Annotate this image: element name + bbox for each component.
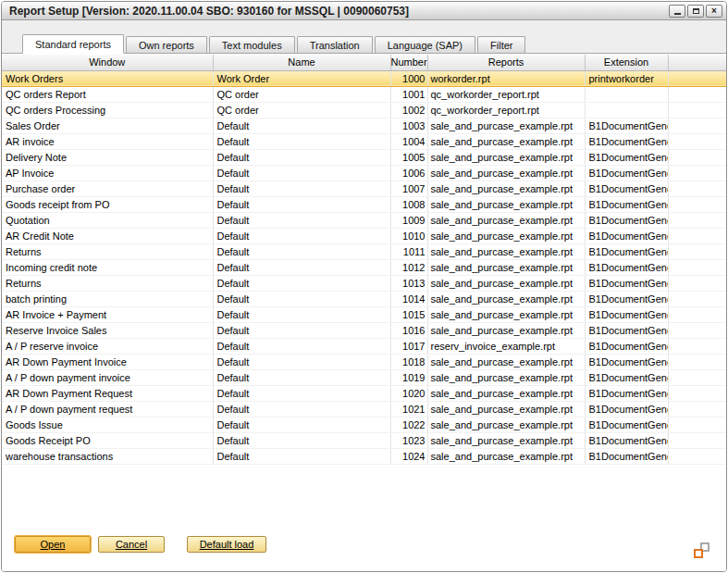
cell-extension[interactable]: B1DocumentGener...	[585, 243, 668, 259]
cell-number[interactable]: 1023	[390, 432, 427, 448]
table-row[interactable]: Incoming credit noteDefault1012sale_and_…	[2, 259, 726, 275]
cell-report[interactable]: sale_and_purcase_example.rpt	[427, 228, 585, 243]
cell-extension[interactable]: B1DocumentGener...	[585, 165, 668, 181]
cell-report[interactable]: sale_and_purcase_example.rpt	[427, 212, 585, 228]
table-row[interactable]: A / P down payment requestDefault1021sal…	[2, 401, 726, 417]
cell-window[interactable]: Goods receipt from PO	[2, 196, 213, 212]
cell-filler[interactable]	[668, 149, 726, 165]
cell-number[interactable]: 1020	[390, 385, 427, 401]
cancel-button[interactable]: Cancel	[98, 536, 165, 553]
cell-filler[interactable]	[668, 448, 726, 464]
cell-extension[interactable]: B1DocumentGener...	[585, 338, 668, 354]
table-row[interactable]: warehouse transactionsDefault1024sale_an…	[2, 448, 726, 464]
cell-extension[interactable]: printworkorder	[585, 70, 668, 86]
tab-text-modules[interactable]: Text modules	[209, 36, 295, 53]
table-row[interactable]: A / P down payment invoiceDefault1019sal…	[2, 369, 726, 385]
cell-name[interactable]: Default	[213, 432, 390, 448]
cell-name[interactable]: Default	[213, 322, 390, 338]
cell-extension[interactable]: B1DocumentGener...	[585, 448, 668, 464]
table-row[interactable]: Sales OrderDefault1003sale_and_purcase_e…	[2, 118, 726, 133]
cell-window[interactable]: AR invoice	[2, 133, 213, 149]
tab-translation[interactable]: Translation	[297, 36, 373, 53]
cell-window[interactable]: A / P reserve invoice	[2, 338, 213, 354]
titlebar[interactable]: Report Setup [Version: 2020.11.00.04 SBO…	[2, 2, 726, 20]
cell-name[interactable]: Default	[213, 338, 390, 354]
table-row[interactable]: Reserve Invoice SalesDefault1016sale_and…	[2, 322, 726, 338]
cell-window[interactable]: AR Invoice + Payment	[2, 306, 213, 322]
open-button[interactable]: Open	[15, 536, 91, 553]
table-row[interactable]: Goods Receipt PODefault1023sale_and_purc…	[2, 432, 726, 448]
cell-name[interactable]: QC order	[213, 102, 390, 118]
cell-filler[interactable]	[668, 259, 726, 275]
table-row[interactable]: ReturnsDefault1013sale_and_purcase_examp…	[2, 275, 726, 291]
cell-name[interactable]: Default	[213, 306, 390, 322]
cell-filler[interactable]	[668, 322, 726, 338]
cell-number[interactable]: 1021	[390, 401, 427, 417]
cell-name[interactable]: Default	[213, 354, 390, 369]
cell-report[interactable]: sale_and_purcase_example.rpt	[427, 369, 585, 385]
cell-report[interactable]: sale_and_purcase_example.rpt	[427, 259, 585, 275]
close-button[interactable]: ×	[706, 5, 722, 18]
cell-window[interactable]: Goods Receipt PO	[2, 432, 213, 448]
cell-report[interactable]: sale_and_purcase_example.rpt	[427, 354, 585, 369]
cell-extension[interactable]: B1DocumentGener...	[585, 401, 668, 417]
cell-number[interactable]: 1009	[390, 212, 427, 228]
cell-number[interactable]: 1003	[390, 118, 427, 133]
table-row[interactable]: Purchase orderDefault1007sale_and_purcas…	[2, 181, 726, 196]
form-settings-icon[interactable]	[694, 542, 709, 558]
cell-extension[interactable]: B1DocumentGener...	[585, 212, 668, 228]
cell-report[interactable]: sale_and_purcase_example.rpt	[427, 417, 585, 432]
cell-number[interactable]: 1012	[390, 259, 427, 275]
cell-name[interactable]: Default	[213, 133, 390, 149]
cell-extension[interactable]	[585, 86, 668, 102]
cell-report[interactable]: sale_and_purcase_example.rpt	[427, 306, 585, 322]
cell-name[interactable]: Default	[213, 149, 390, 165]
table-row[interactable]: Delivery NoteDefault1005sale_and_purcase…	[2, 149, 726, 165]
table-row[interactable]: QuotationDefault1009sale_and_purcase_exa…	[2, 212, 726, 228]
cell-report[interactable]: sale_and_purcase_example.rpt	[427, 181, 585, 196]
cell-extension[interactable]: B1DocumentGener...	[585, 306, 668, 322]
cell-extension[interactable]: B1DocumentGener...	[585, 291, 668, 306]
cell-window[interactable]: batch printing	[2, 291, 213, 306]
cell-filler[interactable]	[668, 118, 726, 133]
column-header-reports[interactable]: Reports	[427, 55, 585, 70]
tab-filter[interactable]: Filter	[477, 36, 525, 53]
cell-name[interactable]: Default	[213, 275, 390, 291]
cell-filler[interactable]	[668, 165, 726, 181]
cell-window[interactable]: Work Orders	[2, 70, 213, 86]
column-header-window[interactable]: Window	[2, 55, 213, 70]
cell-filler[interactable]	[668, 196, 726, 212]
cell-name[interactable]: Default	[213, 417, 390, 432]
cell-name[interactable]: Default	[213, 401, 390, 417]
cell-filler[interactable]	[668, 181, 726, 196]
cell-window[interactable]: Returns	[2, 275, 213, 291]
cell-window[interactable]: QC orders Report	[2, 86, 213, 102]
table-row[interactable]: AR invoiceDefault1004sale_and_purcase_ex…	[2, 133, 726, 149]
cell-number[interactable]: 1017	[390, 338, 427, 354]
cell-number[interactable]: 1013	[390, 275, 427, 291]
cell-number[interactable]: 1016	[390, 322, 427, 338]
cell-extension[interactable]: B1DocumentGener...	[585, 432, 668, 448]
cell-report[interactable]: reserv_invoice_example.rpt	[427, 338, 585, 354]
cell-name[interactable]: Default	[213, 212, 390, 228]
cell-report[interactable]: sale_and_purcase_example.rpt	[427, 401, 585, 417]
cell-window[interactable]: Delivery Note	[2, 149, 213, 165]
table-row[interactable]: AP InvoiceDefault1006sale_and_purcase_ex…	[2, 165, 726, 181]
cell-number[interactable]: 1002	[390, 102, 427, 118]
cell-extension[interactable]: B1DocumentGener...	[585, 385, 668, 401]
table-row[interactable]: Goods IssueDefault1022sale_and_purcase_e…	[2, 417, 726, 432]
cell-report[interactable]: sale_and_purcase_example.rpt	[427, 322, 585, 338]
cell-name[interactable]: Default	[213, 165, 390, 181]
cell-name[interactable]: Default	[213, 228, 390, 243]
cell-number[interactable]: 1007	[390, 181, 427, 196]
cell-window[interactable]: AR Credit Note	[2, 228, 213, 243]
column-header-name[interactable]: Name	[213, 55, 390, 70]
cell-number[interactable]: 1018	[390, 354, 427, 369]
column-header-number[interactable]: Number	[390, 55, 427, 70]
cell-filler[interactable]	[668, 70, 726, 86]
cell-number[interactable]: 1019	[390, 369, 427, 385]
tab-own-reports[interactable]: Own reports	[126, 36, 207, 53]
cell-extension[interactable]: B1DocumentGener...	[585, 133, 668, 149]
column-header-extension[interactable]: Extension	[585, 55, 668, 70]
cell-filler[interactable]	[668, 385, 726, 401]
